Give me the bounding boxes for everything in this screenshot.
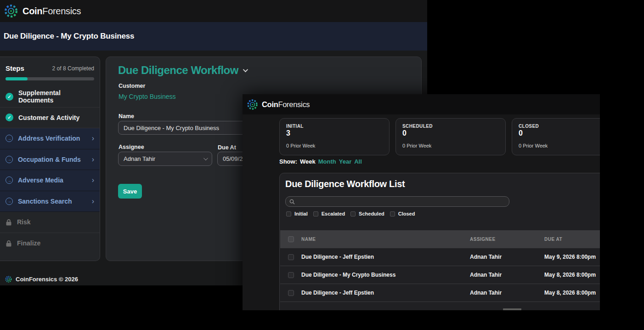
step-risk: Risk	[0, 212, 100, 233]
steps-progress-label: 2 of 8 Completed	[52, 65, 94, 72]
filter-label-escalated: Escalated	[322, 211, 345, 216]
show-option-all[interactable]: All	[354, 158, 362, 165]
row-checkbox[interactable]	[288, 290, 294, 296]
step-supplemental-documents[interactable]: ✓ Supplemental Documents	[0, 86, 100, 108]
step-customer-activity[interactable]: ✓ Customer & Activity	[0, 108, 100, 129]
filter-label-scheduled: Scheduled	[359, 211, 384, 216]
page-subheader: Due Diligence - My Crypto Business	[0, 22, 427, 51]
steps-panel: Steps 2 of 8 Completed ✓ Supplemental Do…	[0, 57, 100, 261]
chevron-right-icon: ›	[92, 198, 94, 205]
front-window: CoinForensics INITIAL 3 0 Prior Week SCH…	[243, 94, 600, 310]
coinforensics-logo-icon	[246, 98, 259, 111]
checkbox-escalated[interactable]	[313, 211, 318, 216]
steps-progress-fill	[6, 77, 28, 80]
step-sanctions-search[interactable]: → Sanctions Search ›	[0, 191, 100, 212]
stat-card-closed: CLOSED 0 0 Prior Week	[512, 118, 600, 155]
show-option-year[interactable]: Year	[339, 158, 351, 165]
checkbox-closed[interactable]	[390, 211, 395, 216]
chevron-down-icon	[243, 67, 248, 72]
checkbox-scheduled[interactable]	[350, 211, 356, 216]
status-filters: Initial Escalated Scheduled Closed	[286, 211, 415, 216]
list-title: Due Diligence Workflow List	[285, 179, 405, 189]
show-filter-row: Show: Week Month Year All	[279, 158, 362, 165]
chevron-down-icon	[203, 156, 208, 160]
due-at-label: Due At	[218, 144, 236, 151]
step-adverse-media[interactable]: → Adverse Media ›	[0, 170, 100, 191]
app-header: CoinForensics	[243, 94, 600, 114]
stat-card-initial: INITIAL 3 0 Prior Week	[279, 118, 390, 155]
chevron-right-icon: ›	[92, 176, 94, 184]
save-button[interactable]: Save	[118, 184, 142, 199]
page-title: Due Diligence - My Crypto Business	[4, 32, 134, 41]
customer-label: Customer	[119, 83, 145, 89]
col-due-at: DUE AT	[541, 237, 600, 242]
step-occupation-funds[interactable]: → Occupation & Funds ›	[0, 149, 100, 171]
lock-icon	[6, 240, 12, 247]
brand-wordmark[interactable]: CoinForensics	[23, 6, 81, 17]
checkbox-initial[interactable]	[286, 211, 291, 216]
col-assignee: ASSIGNEE	[467, 237, 541, 242]
search-input[interactable]	[298, 199, 505, 205]
footer: CoinForensics © 2026	[5, 275, 78, 283]
step-address-verification[interactable]: → Address Verification ›	[0, 128, 100, 149]
filter-label-initial: Initial	[294, 211, 308, 216]
steps-list: ✓ Supplemental Documents ✓ Customer & Ac…	[0, 86, 100, 254]
assignee-label: Assignee	[119, 144, 144, 150]
arrow-right-circle-icon: →	[6, 176, 13, 184]
table-header-row: NAME ASSIGNEE DUE AT	[280, 230, 600, 248]
assignee-select[interactable]: Adnan Tahir	[118, 152, 212, 166]
arrow-right-circle-icon: →	[6, 156, 13, 163]
lock-icon	[6, 219, 12, 226]
steps-progress-bar	[6, 77, 94, 80]
steps-title: Steps	[6, 64, 24, 72]
show-option-month[interactable]: Month	[318, 158, 336, 165]
col-name: NAME	[301, 237, 467, 242]
table-row[interactable]: Due Diligence - My Crypto Business Adnan…	[280, 266, 600, 284]
arrow-right-circle-icon: →	[6, 135, 13, 142]
chevron-right-icon: ›	[92, 156, 94, 163]
coinforensics-logo-icon	[5, 275, 12, 283]
footer-text: CoinForensics © 2026	[16, 276, 78, 283]
step-finalize: Finalize	[0, 233, 100, 254]
search-icon	[289, 199, 295, 205]
app-header: CoinForensics	[0, 0, 427, 22]
clipped-text-sliver	[503, 308, 521, 310]
table-row[interactable]: Due Diligence - Jeff Epstien Adnan Tahir…	[280, 248, 600, 266]
workflow-list-panel: Due Diligence Workflow List Initial Esca…	[279, 173, 600, 310]
show-option-week[interactable]: Week	[300, 158, 316, 165]
filter-label-closed: Closed	[398, 211, 415, 216]
check-circle-icon: ✓	[6, 93, 13, 101]
coinforensics-logo-icon	[3, 3, 19, 19]
chevron-right-icon: ›	[92, 135, 94, 142]
select-all-checkbox[interactable]	[288, 236, 294, 242]
workflow-title[interactable]: Due Diligence Workflow	[118, 64, 247, 77]
customer-link[interactable]: My Crypto Business	[119, 93, 175, 100]
table-row[interactable]: Due Diligence - Jeff Epstien Adnan Tahir…	[280, 284, 600, 302]
search-box	[285, 196, 509, 207]
row-checkbox[interactable]	[288, 272, 294, 278]
arrow-right-circle-icon: →	[6, 198, 13, 205]
stat-card-scheduled: SCHEDULED 0 0 Prior Week	[395, 118, 506, 155]
workflow-table: NAME ASSIGNEE DUE AT Due Diligence - Jef…	[280, 230, 600, 302]
row-checkbox[interactable]	[288, 254, 294, 260]
check-circle-icon: ✓	[6, 114, 13, 121]
show-label: Show:	[279, 158, 297, 165]
name-label: Name	[119, 113, 134, 119]
brand-wordmark[interactable]: CoinForensics	[262, 100, 310, 109]
